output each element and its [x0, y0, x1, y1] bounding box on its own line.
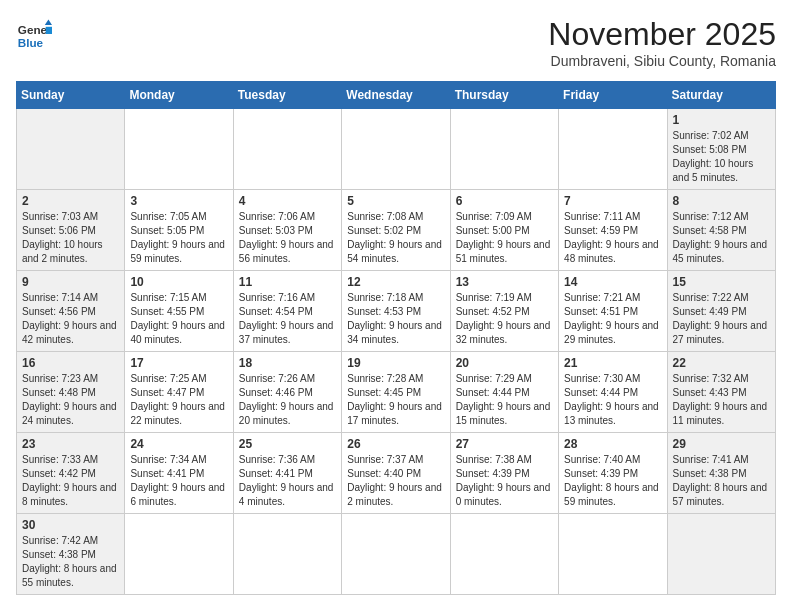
calendar-day-cell: 10Sunrise: 7:15 AM Sunset: 4:55 PM Dayli… [125, 271, 233, 352]
calendar-day-cell [667, 514, 775, 595]
sun-info: Sunrise: 7:14 AM Sunset: 4:56 PM Dayligh… [22, 291, 119, 347]
logo-icon: General Blue [16, 16, 52, 52]
weekday-header-tuesday: Tuesday [233, 82, 341, 109]
sun-info: Sunrise: 7:41 AM Sunset: 4:38 PM Dayligh… [673, 453, 770, 509]
calendar-day-cell: 9Sunrise: 7:14 AM Sunset: 4:56 PM Daylig… [17, 271, 125, 352]
day-number: 22 [673, 356, 770, 370]
calendar-day-cell: 17Sunrise: 7:25 AM Sunset: 4:47 PM Dayli… [125, 352, 233, 433]
day-number: 2 [22, 194, 119, 208]
day-number: 8 [673, 194, 770, 208]
day-number: 28 [564, 437, 661, 451]
day-number: 11 [239, 275, 336, 289]
calendar-day-cell [342, 514, 450, 595]
calendar-day-cell: 26Sunrise: 7:37 AM Sunset: 4:40 PM Dayli… [342, 433, 450, 514]
sun-info: Sunrise: 7:12 AM Sunset: 4:58 PM Dayligh… [673, 210, 770, 266]
calendar-day-cell: 25Sunrise: 7:36 AM Sunset: 4:41 PM Dayli… [233, 433, 341, 514]
sun-info: Sunrise: 7:18 AM Sunset: 4:53 PM Dayligh… [347, 291, 444, 347]
sun-info: Sunrise: 7:30 AM Sunset: 4:44 PM Dayligh… [564, 372, 661, 428]
sun-info: Sunrise: 7:22 AM Sunset: 4:49 PM Dayligh… [673, 291, 770, 347]
calendar-day-cell: 12Sunrise: 7:18 AM Sunset: 4:53 PM Dayli… [342, 271, 450, 352]
calendar-week-row: 16Sunrise: 7:23 AM Sunset: 4:48 PM Dayli… [17, 352, 776, 433]
day-number: 5 [347, 194, 444, 208]
svg-marker-3 [46, 27, 52, 34]
day-number: 9 [22, 275, 119, 289]
weekday-header-wednesday: Wednesday [342, 82, 450, 109]
title-area: November 2025 Dumbraveni, Sibiu County, … [548, 16, 776, 69]
calendar-day-cell: 27Sunrise: 7:38 AM Sunset: 4:39 PM Dayli… [450, 433, 558, 514]
weekday-header-friday: Friday [559, 82, 667, 109]
page-header: General Blue November 2025 Dumbraveni, S… [16, 16, 776, 69]
sun-info: Sunrise: 7:21 AM Sunset: 4:51 PM Dayligh… [564, 291, 661, 347]
sun-info: Sunrise: 7:08 AM Sunset: 5:02 PM Dayligh… [347, 210, 444, 266]
calendar-week-row: 9Sunrise: 7:14 AM Sunset: 4:56 PM Daylig… [17, 271, 776, 352]
calendar-day-cell [450, 514, 558, 595]
calendar-day-cell: 24Sunrise: 7:34 AM Sunset: 4:41 PM Dayli… [125, 433, 233, 514]
calendar-day-cell: 22Sunrise: 7:32 AM Sunset: 4:43 PM Dayli… [667, 352, 775, 433]
calendar-day-cell [233, 514, 341, 595]
calendar-day-cell [17, 109, 125, 190]
weekday-header-monday: Monday [125, 82, 233, 109]
sun-info: Sunrise: 7:05 AM Sunset: 5:05 PM Dayligh… [130, 210, 227, 266]
month-title: November 2025 [548, 16, 776, 53]
sun-info: Sunrise: 7:25 AM Sunset: 4:47 PM Dayligh… [130, 372, 227, 428]
calendar-week-row: 30Sunrise: 7:42 AM Sunset: 4:38 PM Dayli… [17, 514, 776, 595]
calendar-day-cell: 21Sunrise: 7:30 AM Sunset: 4:44 PM Dayli… [559, 352, 667, 433]
sun-info: Sunrise: 7:40 AM Sunset: 4:39 PM Dayligh… [564, 453, 661, 509]
calendar-day-cell: 20Sunrise: 7:29 AM Sunset: 4:44 PM Dayli… [450, 352, 558, 433]
sun-info: Sunrise: 7:36 AM Sunset: 4:41 PM Dayligh… [239, 453, 336, 509]
day-number: 6 [456, 194, 553, 208]
sun-info: Sunrise: 7:33 AM Sunset: 4:42 PM Dayligh… [22, 453, 119, 509]
sun-info: Sunrise: 7:23 AM Sunset: 4:48 PM Dayligh… [22, 372, 119, 428]
calendar-day-cell [125, 109, 233, 190]
calendar-day-cell: 5Sunrise: 7:08 AM Sunset: 5:02 PM Daylig… [342, 190, 450, 271]
sun-info: Sunrise: 7:34 AM Sunset: 4:41 PM Dayligh… [130, 453, 227, 509]
calendar-day-cell: 11Sunrise: 7:16 AM Sunset: 4:54 PM Dayli… [233, 271, 341, 352]
calendar-day-cell [450, 109, 558, 190]
day-number: 4 [239, 194, 336, 208]
day-number: 29 [673, 437, 770, 451]
calendar-day-cell: 15Sunrise: 7:22 AM Sunset: 4:49 PM Dayli… [667, 271, 775, 352]
calendar-day-cell: 29Sunrise: 7:41 AM Sunset: 4:38 PM Dayli… [667, 433, 775, 514]
svg-text:Blue: Blue [18, 36, 44, 49]
day-number: 12 [347, 275, 444, 289]
day-number: 20 [456, 356, 553, 370]
calendar-day-cell: 16Sunrise: 7:23 AM Sunset: 4:48 PM Dayli… [17, 352, 125, 433]
calendar-week-row: 2Sunrise: 7:03 AM Sunset: 5:06 PM Daylig… [17, 190, 776, 271]
calendar-day-cell: 7Sunrise: 7:11 AM Sunset: 4:59 PM Daylig… [559, 190, 667, 271]
day-number: 19 [347, 356, 444, 370]
day-number: 25 [239, 437, 336, 451]
day-number: 3 [130, 194, 227, 208]
calendar-week-row: 23Sunrise: 7:33 AM Sunset: 4:42 PM Dayli… [17, 433, 776, 514]
calendar-day-cell: 1Sunrise: 7:02 AM Sunset: 5:08 PM Daylig… [667, 109, 775, 190]
calendar-day-cell: 18Sunrise: 7:26 AM Sunset: 4:46 PM Dayli… [233, 352, 341, 433]
day-number: 10 [130, 275, 227, 289]
day-number: 13 [456, 275, 553, 289]
day-number: 27 [456, 437, 553, 451]
weekday-header-saturday: Saturday [667, 82, 775, 109]
location-title: Dumbraveni, Sibiu County, Romania [548, 53, 776, 69]
calendar-day-cell: 28Sunrise: 7:40 AM Sunset: 4:39 PM Dayli… [559, 433, 667, 514]
calendar-day-cell: 4Sunrise: 7:06 AM Sunset: 5:03 PM Daylig… [233, 190, 341, 271]
sun-info: Sunrise: 7:02 AM Sunset: 5:08 PM Dayligh… [673, 129, 770, 185]
calendar-header-row: SundayMondayTuesdayWednesdayThursdayFrid… [17, 82, 776, 109]
day-number: 30 [22, 518, 119, 532]
day-number: 18 [239, 356, 336, 370]
calendar-day-cell [559, 109, 667, 190]
calendar-day-cell: 23Sunrise: 7:33 AM Sunset: 4:42 PM Dayli… [17, 433, 125, 514]
day-number: 14 [564, 275, 661, 289]
calendar-day-cell: 19Sunrise: 7:28 AM Sunset: 4:45 PM Dayli… [342, 352, 450, 433]
sun-info: Sunrise: 7:37 AM Sunset: 4:40 PM Dayligh… [347, 453, 444, 509]
sun-info: Sunrise: 7:26 AM Sunset: 4:46 PM Dayligh… [239, 372, 336, 428]
sun-info: Sunrise: 7:29 AM Sunset: 4:44 PM Dayligh… [456, 372, 553, 428]
day-number: 24 [130, 437, 227, 451]
sun-info: Sunrise: 7:32 AM Sunset: 4:43 PM Dayligh… [673, 372, 770, 428]
weekday-header-thursday: Thursday [450, 82, 558, 109]
calendar-day-cell [342, 109, 450, 190]
calendar-day-cell: 13Sunrise: 7:19 AM Sunset: 4:52 PM Dayli… [450, 271, 558, 352]
day-number: 7 [564, 194, 661, 208]
sun-info: Sunrise: 7:19 AM Sunset: 4:52 PM Dayligh… [456, 291, 553, 347]
calendar-day-cell: 8Sunrise: 7:12 AM Sunset: 4:58 PM Daylig… [667, 190, 775, 271]
calendar-week-row: 1Sunrise: 7:02 AM Sunset: 5:08 PM Daylig… [17, 109, 776, 190]
sun-info: Sunrise: 7:38 AM Sunset: 4:39 PM Dayligh… [456, 453, 553, 509]
calendar-day-cell [125, 514, 233, 595]
